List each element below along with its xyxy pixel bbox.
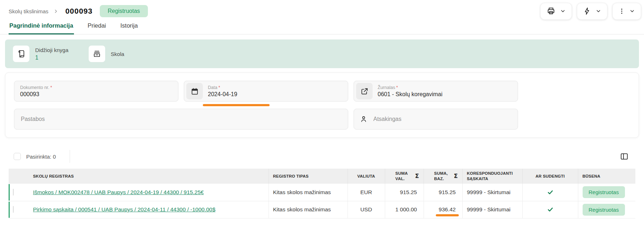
toolbar [540,3,641,20]
column-koresponduojanti-saskaita[interactable]: KORESPONDUOJANTI SĄSKAITA [462,169,522,184]
amount-currency-cell: 915.25 [385,184,424,201]
currency-cell: USD [347,201,385,218]
row-status-badge: Registruotas [583,186,625,198]
responsible-field[interactable] [354,109,518,130]
journal-field[interactable]: Žurnalas 0601 - Skolų koregavimai [354,81,518,102]
ledger-info-item: Didžioji knyga 1 [13,46,69,62]
amount-currency-cell: 1 000.00 [385,201,424,218]
notes-field[interactable] [14,109,348,130]
status-badge: Registruotas [100,5,148,17]
external-link-icon[interactable] [356,83,373,99]
column-suma-val-label: SUMA VAL. [395,171,412,182]
row-checkbox-cell [9,201,29,218]
register-type-cell: Kitas skolos mažinimas [269,184,347,201]
document-form: Dokumento nr. 000093 Data 2024-04-19 Žur… [5,72,639,138]
currency-cell: EUR [347,184,385,201]
corresponding-account-cell: 99999 - Skirtumai [462,184,522,201]
ledger-value: 1 [35,55,69,61]
responsible-input[interactable] [373,116,512,123]
breadcrumb-parent-link[interactable]: Skolų tikslinimas [9,8,48,14]
offset-cell [522,201,578,218]
row-checkbox[interactable] [13,189,14,196]
column-suma-val[interactable]: SUMA VAL. Σ [385,169,424,184]
select-all-checkbox[interactable] [14,153,21,160]
column-valiuta[interactable]: VALIUTA [347,169,385,184]
column-ar-sudengti[interactable]: AR SUDENGTI [522,169,578,184]
print-menu-button[interactable] [540,3,572,20]
summary-panel: Didžioji knyga 1 Skola [5,39,639,68]
column-suma-baz[interactable]: SUMA, BAZ. Σ [424,169,462,184]
column-settings-button[interactable] [618,150,630,163]
scroll-icon [13,46,29,62]
page-title: 000093 [65,7,93,15]
highlighted-amount: 936.42 [439,206,456,213]
notes-input[interactable] [20,116,342,123]
register-link[interactable]: Pirkimo sąskaita / 000541 / UAB Paupys /… [33,206,215,212]
toolbar-divider [70,150,70,163]
tab-pagrindine-informacija[interactable]: Pagrindinė informacija [9,22,74,34]
chevron-down-icon [629,8,635,14]
column-registro-tipas[interactable]: REGISTRO TIPAS [269,169,347,184]
date-field[interactable]: Data 2024-04-19 [184,81,348,102]
tab-priedai[interactable]: Priedai [87,22,107,34]
person-icon [360,115,368,123]
chevron-down-icon [596,8,601,14]
register-link[interactable]: Išmokos / MOK002478 / UAB Paupys / 2024-… [33,189,204,195]
corresponding-account-cell: 99999 - Skirtumai [462,201,522,218]
printer-icon [546,6,556,16]
table-row: Pirkimo sąskaita / 000541 / UAB Paupys /… [9,201,635,218]
selected-count-label: Pasirinkta: 0 [26,154,56,160]
document-number-label: Dokumento nr. [20,85,52,90]
row-checkbox-cell [9,184,29,201]
kebab-icon [619,8,625,14]
date-label: Data [208,85,237,90]
check-icon [527,189,574,196]
registers-table-section: Pasirinkta: 0 SKOLŲ REGISTRAS REGISTRO T… [9,147,635,219]
sum-icon[interactable]: Σ [415,173,419,180]
chevron-down-icon [560,8,566,14]
sum-icon[interactable]: Σ [454,173,458,180]
registers-table: SKOLŲ REGISTRAS REGISTRO TIPAS VALIUTA S… [9,169,635,219]
amount-base-cell: 915.25 [424,184,462,201]
calendar-icon [186,83,203,99]
table-row: Išmokos / MOK002478 / UAB Paupys / 2024-… [9,184,635,201]
date-value: 2024-04-19 [208,91,237,98]
debt-info-item: Skola [89,46,125,62]
document-number-value: 000093 [20,91,52,98]
breadcrumb: Skolų tikslinimas 000093 [9,7,93,15]
document-number-field[interactable]: Dokumento nr. 000093 [14,81,178,102]
lightning-icon [583,7,591,15]
tab-bar: Pagrindinė informacija Priedai Istorija [0,19,644,34]
amount-base-cell: 936.42 [424,201,462,218]
chevron-right-icon [53,9,58,14]
top-bar: Skolų tikslinimas 000093 Registruotas [0,0,644,19]
table-header-row: SKOLŲ REGISTRAS REGISTRO TIPAS VALIUTA S… [9,169,635,184]
tab-istorija[interactable]: Istorija [120,22,139,34]
journal-label: Žurnalas [378,85,443,90]
actions-menu-button[interactable] [577,3,607,20]
more-options-menu-button[interactable] [612,3,641,20]
table-toolbar: Pasirinkta: 0 [9,147,635,166]
column-suma-baz-label: SUMA, BAZ. [434,171,451,182]
row-status-badge: Registruotas [583,204,625,216]
register-type-cell: Kitas skolos mažinimas [269,201,347,218]
ledger-label: Didžioji knyga [35,47,69,53]
status-cell: Registruotas [578,201,635,218]
journal-value: 0601 - Skolų koregavimai [378,91,443,98]
column-skolu-registras[interactable]: SKOLŲ REGISTRAS [29,169,269,184]
archive-icon [89,46,105,62]
debt-label: Skola [111,51,125,57]
status-cell: Registruotas [578,184,635,201]
row-checkbox[interactable] [13,206,14,213]
header-checkbox-cell [9,169,29,184]
date-highlight-underline [203,104,270,106]
offset-cell [522,184,578,201]
check-icon [527,206,574,213]
columns-icon [620,152,629,161]
column-busena[interactable]: BŪSENA [578,169,635,184]
